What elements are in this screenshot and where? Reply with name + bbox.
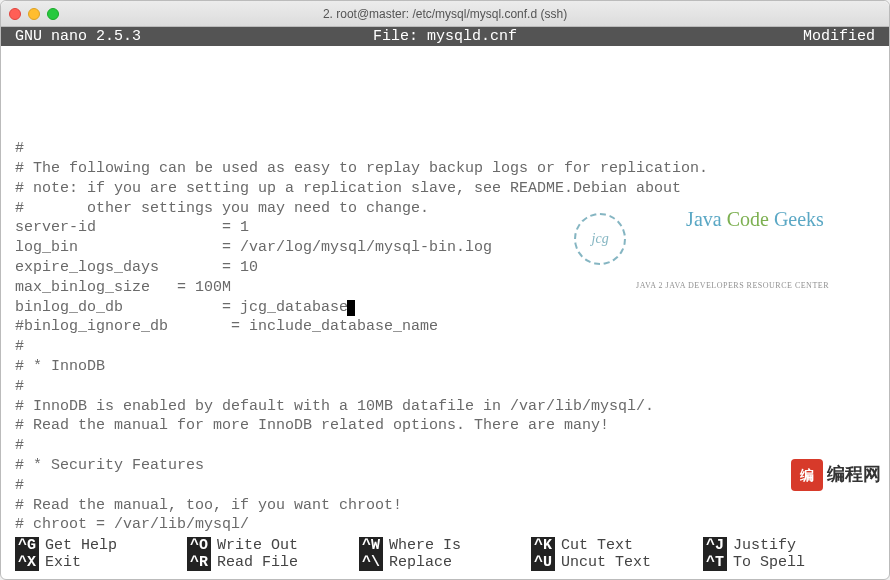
shortcut-key: ^R <box>187 554 211 571</box>
editor-line: # <box>15 436 875 456</box>
nano-shortcut[interactable]: ^JJustify <box>703 537 875 554</box>
nano-shortcut[interactable]: ^KCut Text <box>531 537 703 554</box>
nano-shortcut[interactable]: ^\Replace <box>359 554 531 571</box>
window-title: 2. root@master: /etc/mysql/mysql.conf.d … <box>323 7 567 21</box>
text-cursor <box>347 300 355 316</box>
editor-line: # note: if you are setting up a replicat… <box>15 179 875 199</box>
shortcut-key: ^W <box>359 537 383 554</box>
editor-line: # <box>15 139 875 159</box>
editor-line: # <box>15 476 875 496</box>
shortcut-key: ^U <box>531 554 555 571</box>
editor-line: server-id = 1 <box>15 218 875 238</box>
editor-line: log_bin = /var/log/mysql/mysql-bin.log <box>15 238 875 258</box>
shortcut-key: ^G <box>15 537 39 554</box>
editor-line: expire_logs_days = 10 <box>15 258 875 278</box>
window-controls <box>9 8 59 20</box>
editor-line: #binlog_ignore_db = include_database_nam… <box>15 317 875 337</box>
nano-modified-status: Modified <box>588 28 875 45</box>
window-titlebar: 2. root@master: /etc/mysql/mysql.conf.d … <box>1 1 889 27</box>
nano-shortcut[interactable]: ^TTo Spell <box>703 554 875 571</box>
editor-line: # * InnoDB <box>15 357 875 377</box>
shortcut-label: Get Help <box>45 537 117 554</box>
nano-shortcut[interactable]: ^WWhere Is <box>359 537 531 554</box>
editor-line: # <box>15 337 875 357</box>
shortcut-key: ^K <box>531 537 555 554</box>
nano-shortcut[interactable]: ^GGet Help <box>15 537 187 554</box>
editor-area[interactable]: jcg Java Code Geeks Java 2 Java Develope… <box>1 46 889 535</box>
editor-line: # other settings you may need to change. <box>15 199 875 219</box>
editor-line: # * Security Features <box>15 456 875 476</box>
shortcut-label: Cut Text <box>561 537 633 554</box>
terminal-window: 2. root@master: /etc/mysql/mysql.conf.d … <box>0 0 890 580</box>
shortcut-label: Read File <box>217 554 298 571</box>
nano-header: GNU nano 2.5.3 File: mysqld.cnf Modified <box>1 27 889 46</box>
editor-line: # <box>15 377 875 397</box>
shortcut-key: ^T <box>703 554 727 571</box>
editor-line: binlog_do_db = jcg_database <box>15 298 875 318</box>
shortcut-key: ^X <box>15 554 39 571</box>
nano-shortcut[interactable]: ^XExit <box>15 554 187 571</box>
shortcut-label: Exit <box>45 554 81 571</box>
editor-line: # chroot = /var/lib/mysql/ <box>15 515 875 535</box>
nano-shortcut[interactable]: ^RRead File <box>187 554 359 571</box>
shortcut-label: Uncut Text <box>561 554 651 571</box>
shortcut-key: ^O <box>187 537 211 554</box>
editor-line: # InnoDB is enabled by default with a 10… <box>15 397 875 417</box>
nano-version: GNU nano 2.5.3 <box>15 28 302 45</box>
maximize-icon[interactable] <box>47 8 59 20</box>
shortcut-label: Justify <box>733 537 796 554</box>
nano-shortcut[interactable]: ^OWrite Out <box>187 537 359 554</box>
shortcut-label: To Spell <box>733 554 805 571</box>
editor-line: # Read the manual, too, if you want chro… <box>15 496 875 516</box>
shortcut-label: Replace <box>389 554 452 571</box>
editor-line: max_binlog_size = 100M <box>15 278 875 298</box>
minimize-icon[interactable] <box>28 8 40 20</box>
shortcut-key: ^\ <box>359 554 383 571</box>
nano-shortcut[interactable]: ^UUncut Text <box>531 554 703 571</box>
shortcut-label: Write Out <box>217 537 298 554</box>
nano-footer: ^GGet Help^OWrite Out^WWhere Is^KCut Tex… <box>1 535 889 579</box>
shortcut-key: ^J <box>703 537 727 554</box>
close-icon[interactable] <box>9 8 21 20</box>
nano-filename: File: mysqld.cnf <box>302 28 589 45</box>
editor-line: # The following can be used as easy to r… <box>15 159 875 179</box>
shortcut-label: Where Is <box>389 537 461 554</box>
editor-line: # Read the manual for more InnoDB relate… <box>15 416 875 436</box>
